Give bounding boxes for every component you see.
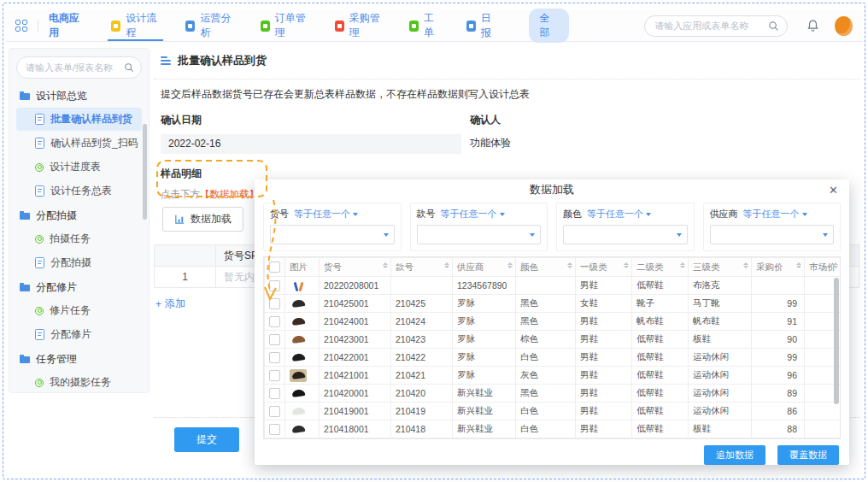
apps-grid-icon[interactable] [15,20,27,32]
cell: 低帮鞋 [632,277,689,295]
tab-采购管理[interactable]: 采购管理 [335,10,384,41]
tab-日报[interactable]: 日报 [466,10,498,41]
sidebar-item-拍摄任务[interactable]: 拍摄任务 [16,227,142,250]
column-header-采购价[interactable]: 采购价 [752,258,805,277]
search-icon[interactable] [124,62,134,73]
table-row[interactable]: 210425001210425罗脉黑色女鞋靴子马丁靴99 [265,295,842,313]
sort-icon[interactable] [567,262,572,268]
table-row[interactable]: 210423001210423罗脉棕色男鞋低帮鞋板鞋90 [265,331,842,349]
filter-value-select[interactable] [270,225,395,244]
table-row[interactable]: 210419001210419新兴鞋业白色男鞋低帮鞋运动休闲86 [265,403,842,420]
overwrite-data-button[interactable]: 覆盖数据 [777,445,839,465]
cell: 罗脉 [453,331,516,349]
nav-ecommerce-apps[interactable]: 电商应用 [49,11,85,40]
row-checkbox[interactable] [269,334,280,345]
form-list-icon[interactable] [161,56,171,65]
filter-operator-dropdown[interactable]: 等于任意一个 [294,208,358,220]
topbar-divider [38,20,38,32]
table-row[interactable]: 210421001210421罗脉灰色男鞋低帮鞋运动休闲96 [265,367,842,385]
sort-icon[interactable] [444,262,449,268]
search-icon[interactable] [768,21,779,32]
row-checkbox[interactable] [269,280,280,291]
column-header-二级类[interactable]: 二级类 [632,258,689,277]
tab-工单[interactable]: 工单 [409,10,441,41]
confirm-date-input[interactable]: 2022-02-16 [161,134,461,154]
select-all-checkbox[interactable] [269,262,280,273]
column-header-供应商[interactable]: 供应商 [453,258,516,277]
submit-button[interactable]: 提交 [174,427,239,452]
product-image [290,297,307,310]
cell: 靴子 [632,295,689,313]
sidebar-item-分配修片[interactable]: 分配修片 [16,323,142,346]
sidebar-search-input[interactable] [24,62,124,73]
cell [805,420,842,438]
table-row[interactable]: 210422001210422罗脉白色男鞋低帮鞋运动休闲99 [265,349,842,367]
row-checkbox[interactable] [269,298,280,309]
column-header-款号[interactable]: 款号 [391,258,453,277]
tab-设计流程[interactable]: 设计流程 [111,10,160,41]
sidebar-group-设计部总览[interactable]: 设计部总览 [9,84,149,107]
close-icon[interactable]: ✕ [829,185,838,196]
column-header-货号[interactable]: 货号 [320,258,391,277]
filter-value-select[interactable] [563,225,688,244]
notification-bell-icon[interactable] [806,19,819,32]
sidebar-item-设计进度表[interactable]: 设计进度表 [16,156,142,179]
sidebar-item-我的摄影任务[interactable]: 我的摄影任务 [16,371,142,393]
row-checkbox[interactable] [269,406,280,417]
row-checkbox[interactable] [269,316,280,327]
sort-icon[interactable] [624,262,629,268]
sidebar-group-分配修片[interactable]: 分配修片 [9,275,149,298]
modal-table-scrollbar[interactable] [834,278,839,404]
row-checkbox[interactable] [269,352,280,363]
tab-订单管理[interactable]: 订单管理 [261,10,309,41]
sidebar-item-label: 拍摄任务 [50,232,91,246]
sidebar-scrollbar[interactable] [143,124,147,220]
data-load-button[interactable]: 数据加载 [162,207,243,232]
sidebar-item-分配拍摄[interactable]: 分配拍摄 [16,251,142,274]
all-badge[interactable]: 全部 [529,9,570,43]
sidebar-item-批量确认样品到货[interactable]: 批量确认样品到货 [16,108,142,131]
sidebar-group-任务管理[interactable]: 任务管理 [9,347,149,370]
column-header-三级类[interactable]: 三级类 [689,258,752,277]
sidebar-group-分配拍摄[interactable]: 分配拍摄 [9,203,149,226]
sort-icon[interactable] [680,262,685,268]
cell: 灰色 [516,367,576,385]
add-row-link[interactable]: + 添加 [155,297,185,311]
sort-icon[interactable] [833,262,838,268]
column-header-一级类[interactable]: 一级类 [576,258,632,277]
sort-icon[interactable] [796,262,801,268]
app-search-input[interactable] [653,20,768,32]
sort-icon[interactable] [507,262,513,268]
sidebar-item-修片任务[interactable]: 修片任务 [16,299,142,322]
sort-icon[interactable] [383,262,388,268]
filter-operator-dropdown[interactable]: 等于任意一个 [441,208,505,220]
sidebar-item-确认样品到货_扫码[interactable]: 确认样品到货_扫码 [16,132,142,155]
user-avatar[interactable] [835,16,853,36]
target-icon [35,379,44,387]
cell: 低帮鞋 [632,331,689,349]
append-data-button[interactable]: 追加数据 [704,445,765,465]
tab-运营分析[interactable]: 运营分析 [185,10,234,41]
row-checkbox[interactable] [269,370,280,381]
column-header-市场价[interactable]: 市场价 [805,258,842,277]
sidebar-item-设计任务总表[interactable]: 设计任务总表 [16,179,142,203]
cell: 运动休闲 [689,403,752,420]
filter-operator-dropdown[interactable]: 等于任意一个 [587,208,651,220]
modal-title: 数据加载 [530,182,574,197]
cell: 210422 [391,349,453,367]
sort-icon[interactable] [743,262,748,268]
table-row[interactable]: 210420001210420新兴鞋业黑色男鞋低帮鞋运动休闲89 [265,385,842,403]
filter-value-select[interactable] [710,225,835,244]
chevron-down-icon [823,233,828,237]
cell: 低帮鞋 [632,367,689,385]
confirm-date-label: 确认日期 [161,113,461,127]
column-header-颜色[interactable]: 颜色 [516,258,576,277]
row-checkbox[interactable] [269,388,280,399]
table-row[interactable]: 210424001210424罗脉黑色男鞋帆布鞋帆布鞋91 [265,313,842,331]
filter-value-select[interactable] [417,225,542,244]
row-checkbox[interactable] [269,424,280,435]
table-row[interactable]: 202202080011234567890男鞋低帮鞋布洛克 [265,277,842,295]
cell: 运动休闲 [689,349,752,367]
filter-operator-dropdown[interactable]: 等于任意一个 [743,208,807,220]
table-row[interactable]: 210418001210418新兴鞋业白色男鞋低帮鞋板鞋88 [265,420,842,438]
